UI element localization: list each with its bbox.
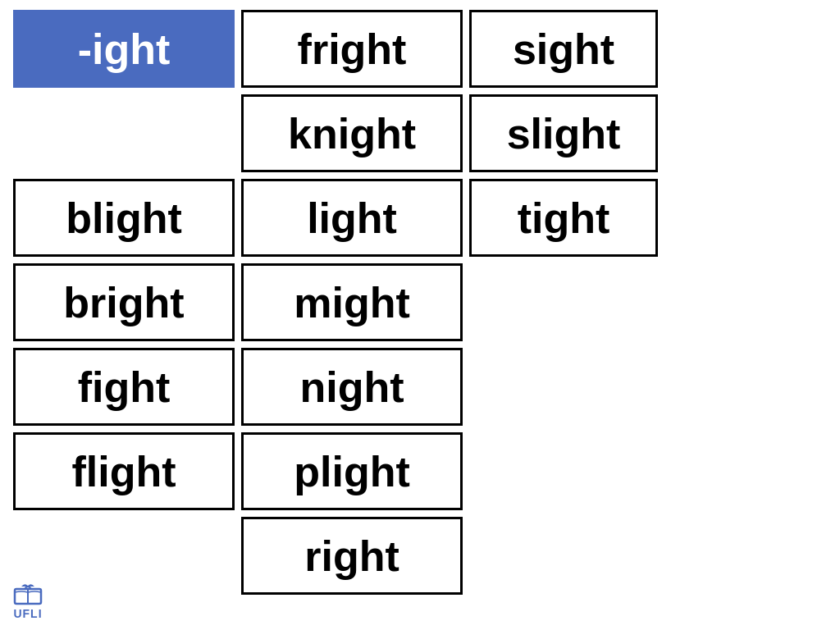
word-card-might: might — [241, 263, 463, 341]
word-card-knight: knight — [241, 94, 463, 172]
empty-3 — [469, 348, 658, 426]
empty-6 — [469, 517, 658, 595]
word-card-bright: bright — [13, 263, 235, 341]
word-card-blight: blight — [13, 179, 235, 257]
word-card-slight: slight — [469, 94, 658, 172]
word-card-right: right — [241, 517, 463, 595]
word-tight: tight — [518, 197, 610, 240]
word-fight: fight — [78, 366, 171, 409]
word-card-fight: fight — [13, 348, 235, 426]
ufli-logo: UFLI — [13, 582, 43, 620]
word-fright: fright — [298, 28, 407, 71]
word-grid: -ight fright sight knight slight blight … — [0, 0, 673, 605]
word-bright: bright — [63, 281, 184, 324]
word-blight: blight — [66, 197, 182, 240]
empty-5 — [13, 517, 235, 595]
word-card-fright: fright — [241, 10, 463, 88]
word-card-sight: sight — [469, 10, 658, 88]
word-slight: slight — [507, 112, 621, 155]
word-knight: knight — [288, 112, 416, 155]
word-night: night — [299, 366, 404, 409]
word-card-plight: plight — [241, 432, 463, 510]
word-plight: plight — [294, 450, 410, 493]
empty-4 — [469, 432, 658, 510]
word-card-light: light — [241, 179, 463, 257]
suffix-text: -ight — [78, 28, 171, 71]
word-might: might — [294, 281, 410, 324]
empty-1 — [13, 94, 235, 172]
word-right: right — [304, 535, 399, 578]
ufli-logo-icon — [13, 582, 43, 607]
word-card-flight: flight — [13, 432, 235, 510]
logo-label: UFLI — [13, 607, 42, 620]
word-light: light — [307, 197, 397, 240]
suffix-card: -ight — [13, 10, 235, 88]
word-card-tight: tight — [469, 179, 658, 257]
word-flight: flight — [71, 450, 176, 493]
word-sight: sight — [513, 28, 614, 71]
word-card-night: night — [241, 348, 463, 426]
empty-2 — [469, 263, 658, 341]
